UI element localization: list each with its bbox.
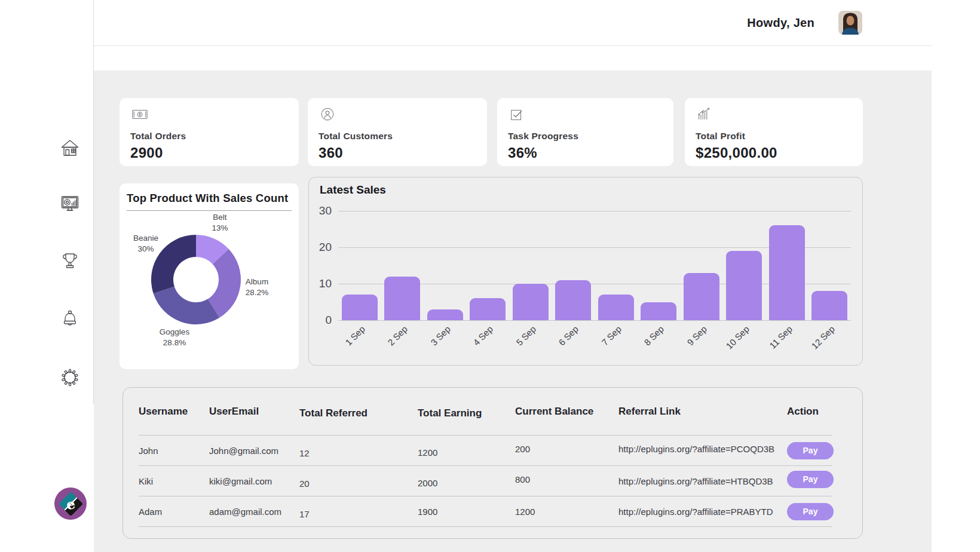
user-avatar[interactable] xyxy=(838,11,862,35)
donut-label-belt: Belt13% xyxy=(196,212,244,234)
pay-button[interactable]: Pay xyxy=(787,471,834,488)
stat-value: $250,000.00 xyxy=(696,145,852,161)
table-header-row: Username UserEmail Total Referred Total … xyxy=(139,388,832,435)
bar-slot xyxy=(338,211,381,320)
gridline xyxy=(338,320,851,321)
cell-earning: 1200 xyxy=(418,447,515,458)
pay-button[interactable]: Pay xyxy=(787,442,834,459)
bar-1-sep xyxy=(342,295,378,320)
donut-label-beanie: Beanie30% xyxy=(122,233,170,254)
trophy-icon xyxy=(57,248,83,274)
bar-7-sep xyxy=(598,295,634,320)
cell-balance: 1200 xyxy=(515,507,618,517)
col-header-total-referred: Total Referred xyxy=(299,407,418,437)
dashboard-content: Total Orders 2900 Total Customers 360 xyxy=(94,70,932,552)
cell-earning: 2000 xyxy=(418,478,515,488)
bar-chart-bars xyxy=(338,211,851,320)
col-header-referral-link: Referral Link xyxy=(618,406,787,435)
cell-referral-link[interactable]: http://eplugins.org/?affiliate=HTBQD3B xyxy=(618,476,787,486)
cell-balance: 200 xyxy=(515,444,618,454)
referrals-table: Username UserEmail Total Referred Total … xyxy=(122,387,863,539)
bar-4-sep xyxy=(470,298,506,320)
cell-referred: 20 xyxy=(299,479,418,489)
y-axis-tick-label: 30 xyxy=(309,204,332,218)
bar-chart-x-axis: 1 Sep2 Sep3 Sep4 Sep5 Sep6 Sep7 Sep8 Sep… xyxy=(338,324,851,362)
col-header-username: Username xyxy=(139,406,209,435)
avatar-image xyxy=(838,11,862,35)
secondary-header xyxy=(94,46,932,70)
col-header-useremail: UserEmail xyxy=(209,406,299,435)
donut-label-album: Album28.2% xyxy=(233,277,281,298)
pay-button[interactable]: Pay xyxy=(787,503,834,520)
stat-label: Total Orders xyxy=(130,131,288,142)
bar-slot xyxy=(723,211,766,320)
x-axis-label: 7 Sep xyxy=(589,324,623,358)
bar-slot xyxy=(638,211,681,320)
x-axis-label: 3 Sep xyxy=(418,324,452,358)
bar-3-sep xyxy=(427,309,463,320)
money-icon xyxy=(130,106,149,123)
cell-earning: 1900 xyxy=(418,507,515,517)
donut-chart-title: Top Product With Sales Count xyxy=(127,192,292,211)
cell-email: John@gmail.com xyxy=(209,446,299,456)
sidebar-item-analytics[interactable] xyxy=(57,190,83,216)
stat-value: 2900 xyxy=(130,145,288,161)
x-axis-label: 1 Sep xyxy=(332,324,366,358)
stat-label: Task Proogress xyxy=(508,131,663,142)
cell-username: John xyxy=(139,446,209,456)
x-axis-label: 10 Sep xyxy=(717,324,751,358)
profit-icon xyxy=(696,106,715,123)
gear-icon xyxy=(57,364,83,391)
main-area: Howdy, Jen Total Orders 2900 xyxy=(94,0,932,552)
sidebar-item-settings[interactable] xyxy=(57,364,83,391)
stat-card-task-progress: Task Proogress 36% xyxy=(497,98,673,166)
eplugins-logo[interactable]: e xyxy=(54,487,87,520)
cell-referral-link[interactable]: http://eplugins.org/?affiliate=PRABYTD xyxy=(618,507,787,517)
table-row: Adam adam@gmail.com 17 1900 1200 http://… xyxy=(139,496,832,527)
cell-email: kiki@gmail.com xyxy=(209,476,299,486)
y-axis-tick-label: 20 xyxy=(309,240,332,254)
donut-label-goggles: Goggles28.8% xyxy=(151,327,198,348)
x-axis-label: 5 Sep xyxy=(503,324,537,358)
donut-segment-goggles xyxy=(154,287,220,324)
x-axis-label: 12 Sep xyxy=(803,324,837,358)
bar-11-sep xyxy=(769,225,805,320)
y-axis-tick-label: 10 xyxy=(309,277,332,291)
bar-slot xyxy=(424,211,467,320)
bar-slot xyxy=(680,211,723,320)
x-axis-label: 8 Sep xyxy=(632,324,666,358)
sidebar-item-home[interactable] xyxy=(57,135,83,161)
x-axis-label: 11 Sep xyxy=(760,324,794,358)
cell-balance: 800 xyxy=(515,474,618,484)
cell-referred: 17 xyxy=(299,509,418,519)
x-axis-label: 6 Sep xyxy=(546,324,580,358)
topbar: Howdy, Jen xyxy=(94,0,932,46)
stat-card-total-customers: Total Customers 360 xyxy=(308,98,487,166)
stat-card-total-orders: Total Orders 2900 xyxy=(120,98,299,166)
cell-email: adam@gmail.com xyxy=(209,507,299,517)
cell-referral-link[interactable]: http://eplugins.org/?affiliate=PCOQD3B xyxy=(618,444,787,454)
col-header-total-earning: Total Earning xyxy=(418,407,515,437)
x-axis-label: 4 Sep xyxy=(461,324,495,358)
bar-slot xyxy=(595,211,638,320)
greeting-text: Howdy, Jen xyxy=(747,16,814,30)
task-icon xyxy=(508,106,526,123)
sidebar-item-notifications[interactable] xyxy=(57,305,83,332)
table-row: Kiki kiki@gmail.com 20 2000 800 http://e… xyxy=(139,465,832,496)
analytics-icon xyxy=(57,190,83,216)
bar-slot xyxy=(467,211,510,320)
stat-card-total-profit: Total Profit $250,000.00 xyxy=(685,98,863,166)
bar-10-sep xyxy=(726,251,762,320)
bar-slot xyxy=(808,211,852,320)
bar-slot xyxy=(381,211,424,320)
cell-username: Adam xyxy=(139,507,209,517)
bar-chart-title: Latest Sales xyxy=(320,183,386,197)
customers-icon xyxy=(318,106,336,123)
sidebar-item-achievements[interactable] xyxy=(57,248,83,274)
latest-sales-panel: Latest Sales 0102030 1 Sep2 Sep3 Sep4 Se… xyxy=(308,177,863,366)
col-header-current-balance: Current Balance xyxy=(515,406,618,435)
bell-icon xyxy=(57,305,83,332)
x-axis-label: 2 Sep xyxy=(375,324,409,358)
bar-slot xyxy=(552,211,595,320)
col-header-action: Action xyxy=(787,406,832,435)
